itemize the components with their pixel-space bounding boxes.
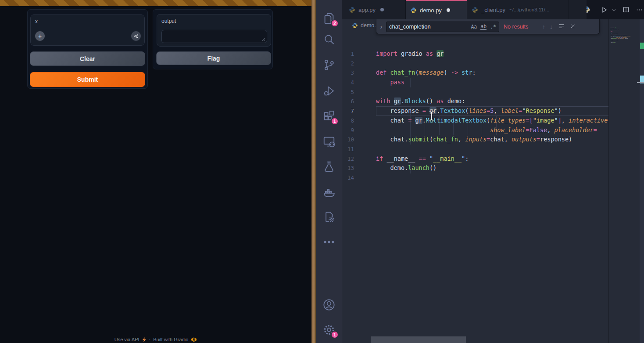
gradio-app-window: x + Clear Submit output <box>0 0 311 343</box>
output-column-card: output Flag <box>153 9 273 69</box>
code-line[interactable]: 3def chat_fn(message) -> str: <box>342 68 609 78</box>
split-editor-button[interactable] <box>623 6 630 13</box>
minimap[interactable]: 1import gradio as gr23def chat_fn(messag… <box>610 27 640 89</box>
code-lines[interactable]: 1import gradio as gr23def chat_fn(messag… <box>342 49 609 183</box>
code-line[interactable]: 7 response = gr.Textbox(lines=5, label="… <box>342 106 609 116</box>
sidebar-item-extensions[interactable]: 1 <box>322 110 336 123</box>
overview-ruler[interactable] <box>640 19 644 343</box>
code-line[interactable]: 1import gradio as gr <box>342 49 609 59</box>
find-input[interactable]: chat_completion Aa ab .* <box>386 22 499 32</box>
overview-write-highlight-marker <box>640 43 644 49</box>
run-button[interactable] <box>601 6 608 14</box>
sidebar-item-file-settings[interactable] <box>322 210 336 224</box>
window-divider <box>311 0 316 343</box>
gradio-logo-icon <box>191 337 197 342</box>
tab-demo-py[interactable]: demo.py <box>406 0 467 19</box>
submit-button[interactable]: Submit <box>30 72 145 87</box>
tab-client-py[interactable]: _client.py ~/.../python3.11/... <box>467 0 569 19</box>
more-actions-button[interactable] <box>636 6 643 14</box>
built-with-gradio-link[interactable]: Built with Gradio <box>153 337 188 342</box>
find-query-text: chat_completion <box>389 23 467 30</box>
use-via-api-link[interactable]: Use via API <box>114 337 140 342</box>
search-icon <box>322 33 336 46</box>
line-number: 4 <box>342 78 363 87</box>
resize-handle-icon[interactable] <box>261 37 265 41</box>
code-line[interactable]: 9 show_label=False, placeholder= <box>342 126 609 135</box>
clear-button[interactable]: Clear <box>30 51 145 66</box>
sidebar-item-search[interactable] <box>322 33 336 46</box>
remote-monitor-icon <box>322 135 336 148</box>
gradio-footer: Use via API · Built with Gradio <box>0 336 311 343</box>
git-branch-icon <box>322 58 336 72</box>
run-dropdown-chevron-icon[interactable] <box>612 7 616 12</box>
window-stripe-bar <box>0 0 311 6</box>
tab-label: demo.py <box>420 7 442 14</box>
python-run-icon[interactable] <box>587 6 590 13</box>
line-number: 9 <box>342 126 363 135</box>
line-number: 14 <box>342 173 363 183</box>
find-in-selection-button[interactable] <box>558 23 565 31</box>
sidebar-item-testing[interactable] <box>322 160 336 173</box>
sidebar-item-accounts[interactable] <box>322 298 336 311</box>
account-icon <box>322 298 336 311</box>
modified-dot[interactable] <box>380 8 384 11</box>
find-previous-button[interactable]: ↑ <box>542 23 545 30</box>
find-close-button[interactable] <box>570 23 576 31</box>
line-number: 13 <box>342 163 363 173</box>
code-line[interactable]: 5 <box>342 87 609 97</box>
regex-button[interactable]: .* <box>490 24 496 30</box>
sidebar-item-source-control[interactable] <box>322 58 336 72</box>
tab-app-py[interactable]: app.py <box>344 0 406 19</box>
send-button[interactable] <box>131 31 141 41</box>
flag-button[interactable]: Flag <box>156 51 271 65</box>
sidebar-item-more[interactable] <box>322 235 336 249</box>
code-line[interactable]: 4 pass <box>342 78 609 87</box>
line-number: 3 <box>342 68 363 78</box>
code-line[interactable]: 8 chat = gr.MultimodalTextbox(file_types… <box>342 116 609 126</box>
sidebar-item-run-debug[interactable] <box>322 84 336 97</box>
match-case-button[interactable]: Aa <box>471 24 477 30</box>
sidebar-item-explorer[interactable]: 2 <box>322 12 336 25</box>
find-replace-toggle-chevron[interactable]: › <box>376 23 386 30</box>
output-block: output <box>157 14 271 47</box>
flask-icon <box>322 160 336 173</box>
line-number: 8 <box>342 116 363 126</box>
find-next-button[interactable]: ↓ <box>550 23 553 30</box>
sidebar-item-docker[interactable] <box>322 186 336 199</box>
settings-badge: 1 <box>331 331 339 339</box>
editor-group: app.py demo.py _client.py ~/.../python3.… <box>342 0 644 343</box>
overview-cursor-marker <box>637 82 644 83</box>
code-editor[interactable]: › chat_completion Aa ab .* No results ↑ … <box>342 19 609 343</box>
code-line[interactable]: 2 <box>342 59 609 69</box>
sidebar-item-settings[interactable]: 1 <box>322 323 336 336</box>
sidebar-item-remote-explorer[interactable] <box>322 135 336 148</box>
horizontal-scrollbar[interactable] <box>371 336 466 343</box>
code-lines[interactable]: 1import gradio as gr23def chat_fn(messag… <box>610 27 640 44</box>
output-textarea[interactable] <box>161 30 267 43</box>
python-icon <box>472 7 478 13</box>
line-number: 5 <box>342 87 363 97</box>
editor-actions <box>587 0 644 19</box>
code-line[interactable]: 14 <box>342 173 609 183</box>
line-number: 6 <box>342 97 363 106</box>
code-line[interactable]: 13 demo.launch() <box>342 163 609 173</box>
output-label: output <box>161 18 176 24</box>
paper-plane-icon <box>133 33 139 39</box>
code-line[interactable]: 11 <box>342 144 609 154</box>
code-line[interactable]: 6with gr.Blocks() as demo: <box>342 97 609 106</box>
modified-dot[interactable] <box>447 8 450 12</box>
code-line[interactable]: 10 chat.submit(chat_fn, inputs=chat, out… <box>342 135 609 144</box>
find-results-status: No results <box>504 24 538 30</box>
x-input-block[interactable]: x + <box>30 14 145 46</box>
line-number: 12 <box>342 154 363 164</box>
lightning-icon <box>142 337 147 342</box>
add-file-button[interactable]: + <box>35 31 45 41</box>
line-number: 10 <box>342 135 363 144</box>
tab-bar: app.py demo.py _client.py ~/.../python3.… <box>342 0 644 19</box>
code-line[interactable]: 12if __name__ == "__main__": <box>342 154 609 164</box>
tab-label: _client.py <box>481 7 505 13</box>
line-number: 1 <box>342 49 363 59</box>
ellipsis-icon <box>322 235 336 249</box>
debug-play-icon <box>322 84 336 97</box>
whole-word-button[interactable]: ab <box>480 23 487 30</box>
